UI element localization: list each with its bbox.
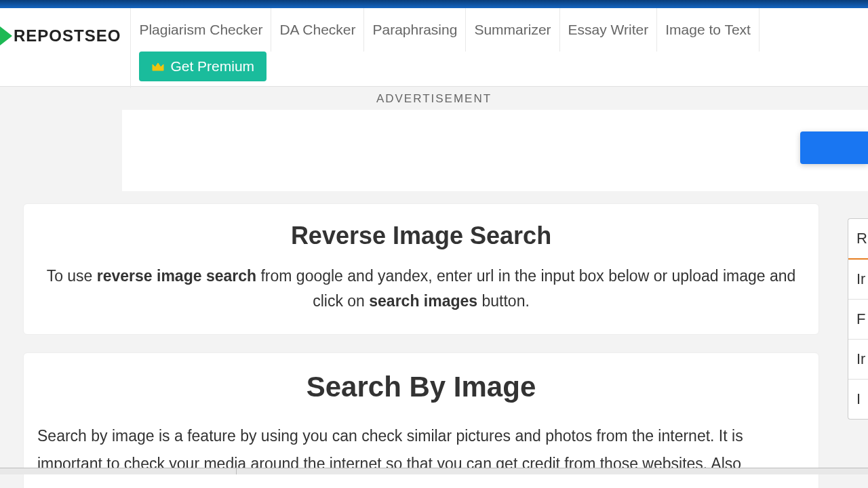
logo[interactable]: REPOSTSEO [0, 8, 130, 52]
bottom-status-bar [0, 468, 868, 474]
advertisement-label: ADVERTISEMENT [0, 92, 868, 106]
desc-bold: reverse image search [97, 267, 256, 285]
get-premium-button[interactable]: Get Premium [139, 52, 267, 81]
bottom-divider [236, 468, 237, 474]
sidebar-item[interactable]: Ir [848, 340, 868, 380]
section-title: Reverse Image Search [37, 222, 805, 250]
desc-text: button. [477, 292, 530, 310]
nav-paraphrasing[interactable]: Paraphrasing [364, 8, 466, 52]
nav-image-to-text[interactable]: Image to Text [657, 8, 760, 52]
premium-row: Get Premium [131, 52, 760, 88]
main-nav: Plagiarism Checker DA Checker Paraphrasi… [131, 8, 760, 52]
sidebar-item[interactable]: I [848, 380, 868, 419]
desc-text: To use [47, 267, 97, 285]
nav-container: Plagiarism Checker DA Checker Paraphrasi… [130, 8, 760, 88]
main-column: Reverse Image Search To use reverse imag… [23, 203, 819, 488]
header: REPOSTSEO Plagiarism Checker DA Checker … [0, 8, 868, 87]
right-sidebar: R Ir F Ir I [848, 218, 868, 420]
nav-da-checker[interactable]: DA Checker [271, 8, 364, 52]
floating-blue-button[interactable] [800, 131, 868, 164]
crown-icon [151, 61, 165, 72]
logo-text: REPOSTSEO [14, 26, 121, 45]
advertisement-box [122, 110, 868, 191]
reverse-image-search-card: Reverse Image Search To use reverse imag… [23, 203, 819, 335]
premium-label: Get Premium [170, 58, 254, 75]
top-accent-bar [0, 0, 868, 8]
nav-summarizer[interactable]: Summarizer [466, 8, 559, 52]
logo-arrow-icon [0, 26, 12, 45]
content: Reverse Image Search To use reverse imag… [23, 203, 819, 488]
section-description: To use reverse image search from google … [37, 264, 805, 314]
nav-essay-writer[interactable]: Essay Writer [560, 8, 658, 52]
section-title: Search By Image [37, 371, 805, 403]
sidebar-item[interactable]: Ir [848, 260, 868, 300]
desc-bold: search images [369, 292, 477, 310]
sidebar-item[interactable]: F [848, 300, 868, 340]
nav-plagiarism-checker[interactable]: Plagiarism Checker [131, 8, 271, 52]
sidebar-item[interactable]: R [848, 219, 868, 260]
